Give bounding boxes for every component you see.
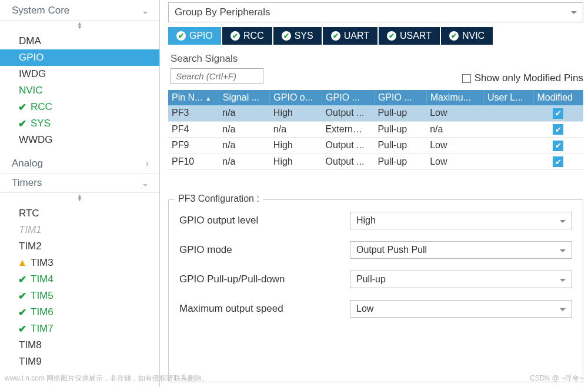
sidebar-item-tim3[interactable]: ▲TIM3 bbox=[0, 255, 159, 271]
check-circle-icon: ✔ bbox=[176, 31, 186, 41]
sidebar-item-tim5[interactable]: ✔TIM5 bbox=[0, 288, 159, 304]
sidebar-item-gpio[interactable]: GPIO bbox=[0, 49, 159, 66]
config-select[interactable]: High bbox=[350, 212, 572, 229]
sort-icon: ▲ bbox=[203, 95, 211, 102]
pins-table: Pin N... ▲Signal ...GPIO o...GPIO ...GPI… bbox=[168, 90, 583, 170]
sidebar-item-label: IWDG bbox=[19, 68, 46, 80]
sidebar-item-tim7[interactable]: ✔TIM7 bbox=[0, 321, 159, 337]
column-header[interactable]: GPIO ... bbox=[374, 90, 426, 105]
tab-nvic[interactable]: ✔NVIC bbox=[441, 27, 493, 45]
table-cell: PF3 bbox=[168, 105, 219, 121]
modified-cell[interactable]: ✔ bbox=[533, 105, 583, 121]
config-label: GPIO output level bbox=[179, 215, 350, 226]
sidebar-item-label: RTC bbox=[19, 208, 39, 219]
config-select[interactable]: Low bbox=[350, 300, 572, 318]
show-only-modified-checkbox[interactable]: Show only Modified Pins bbox=[462, 72, 583, 84]
category-header[interactable]: Timers⌄ bbox=[0, 174, 159, 193]
tab-usart[interactable]: ✔USART bbox=[379, 27, 440, 45]
config-select[interactable]: Pull-up bbox=[350, 271, 572, 288]
sidebar-item-label: TIM6 bbox=[31, 306, 54, 318]
table-cell: n/a bbox=[219, 154, 270, 170]
table-cell: n/a bbox=[270, 121, 322, 138]
sidebar-item-tim1[interactable]: TIM1 bbox=[0, 222, 159, 238]
modified-cell[interactable]: ✔ bbox=[533, 121, 583, 138]
modified-cell[interactable]: ✔ bbox=[533, 138, 583, 154]
table-cell: Low bbox=[426, 105, 483, 121]
table-cell: Output ... bbox=[322, 154, 375, 170]
chevron-down-icon: ⌄ bbox=[142, 6, 149, 15]
sidebar-item-label: DMA bbox=[19, 35, 41, 47]
sidebar-item-tim8[interactable]: TIM8 bbox=[0, 337, 159, 353]
table-cell: Output ... bbox=[322, 105, 375, 121]
table-cell: n/a bbox=[219, 121, 270, 138]
table-cell: Low bbox=[426, 138, 483, 154]
table-row[interactable]: PF4n/an/aExtern…Pull-upn/a✔ bbox=[168, 121, 583, 138]
category-header[interactable]: Analog› bbox=[0, 154, 159, 174]
tab-label: UART bbox=[344, 31, 369, 41]
table-row[interactable]: PF9n/aHighOutput ...Pull-upLow✔ bbox=[168, 138, 583, 154]
tab-rcc[interactable]: ✔RCC bbox=[222, 27, 272, 45]
check-icon: ✔ bbox=[18, 290, 27, 302]
category-label: Timers bbox=[12, 177, 42, 189]
column-header[interactable]: User L... bbox=[484, 90, 533, 105]
table-cell: High bbox=[270, 105, 322, 121]
column-header[interactable]: GPIO o... bbox=[270, 90, 322, 105]
search-input[interactable] bbox=[171, 68, 263, 84]
sidebar-item-label: TIM9 bbox=[19, 356, 42, 368]
checked-icon: ✔ bbox=[553, 156, 563, 167]
tab-label: SYS bbox=[295, 31, 313, 41]
sidebar-item-tim6[interactable]: ✔TIM6 bbox=[0, 304, 159, 321]
sort-icon[interactable]: ▲▼ bbox=[0, 21, 159, 32]
sidebar-item-sys[interactable]: ✔SYS bbox=[0, 115, 159, 132]
sidebar-item-rcc[interactable]: ✔RCC bbox=[0, 99, 159, 115]
peripheral-tabs: ✔GPIO✔RCC✔SYS✔UART✔USART✔NVIC bbox=[168, 27, 583, 45]
watermark-left: www.t n.com 网络图片仅供展示，非存储，如有侵权请联系删除。 bbox=[5, 373, 209, 383]
column-header[interactable]: GPIO ... bbox=[322, 90, 375, 105]
sidebar-item-label: GPIO bbox=[19, 52, 44, 64]
column-header[interactable]: Modified bbox=[533, 90, 583, 105]
check-circle-icon: ✔ bbox=[282, 31, 291, 41]
config-label: Maximum output speed bbox=[179, 303, 350, 315]
tab-sys[interactable]: ✔SYS bbox=[273, 27, 322, 45]
column-header[interactable]: Maximu... bbox=[426, 90, 483, 105]
sidebar-item-dma[interactable]: DMA bbox=[0, 33, 159, 49]
table-cell: Pull-up bbox=[374, 154, 426, 170]
chevron-down-icon: ⌄ bbox=[142, 178, 149, 188]
category-header[interactable]: System Core⌄ bbox=[0, 1, 159, 21]
config-row: Maximum output speedLow bbox=[179, 300, 572, 318]
sidebar-item-rtc[interactable]: RTC bbox=[0, 205, 159, 222]
table-cell: PF9 bbox=[168, 138, 219, 154]
sidebar-item-label: TIM1 bbox=[19, 224, 42, 236]
column-header[interactable]: Pin N... ▲ bbox=[168, 90, 219, 105]
checked-icon: ✔ bbox=[553, 124, 563, 135]
sidebar-item-label: TIM5 bbox=[31, 290, 54, 302]
check-circle-icon: ✔ bbox=[449, 31, 459, 41]
tab-gpio[interactable]: ✔GPIO bbox=[168, 27, 221, 45]
sidebar-item-tim2[interactable]: TIM2 bbox=[0, 238, 159, 255]
checked-icon: ✔ bbox=[553, 108, 563, 119]
column-header[interactable]: Signal ... bbox=[219, 90, 270, 105]
sidebar-item-tim4[interactable]: ✔TIM4 bbox=[0, 271, 159, 288]
pin-config-panel: PF3 Configuration : GPIO output levelHig… bbox=[168, 199, 583, 382]
check-icon: ✔ bbox=[18, 118, 27, 130]
sidebar-item-iwdg[interactable]: IWDG bbox=[0, 66, 159, 82]
sidebar-item-nvic[interactable]: NVIC bbox=[0, 82, 159, 99]
sidebar-item-wwdg[interactable]: WWDG bbox=[0, 132, 159, 148]
table-row[interactable]: PF10n/aHighOutput ...Pull-upLow✔ bbox=[168, 154, 583, 170]
table-cell: Pull-up bbox=[374, 121, 426, 138]
table-cell: Pull-up bbox=[374, 138, 426, 154]
config-select[interactable]: Output Push Pull bbox=[350, 241, 572, 259]
sort-icon[interactable]: ▲▼ bbox=[0, 193, 159, 204]
check-circle-icon: ✔ bbox=[230, 31, 240, 41]
tab-uart[interactable]: ✔UART bbox=[323, 27, 377, 45]
checked-icon: ✔ bbox=[553, 141, 563, 151]
sidebar-item-tim9[interactable]: TIM9 bbox=[0, 353, 159, 370]
table-row[interactable]: PF3n/aHighOutput ...Pull-upLow✔ bbox=[168, 105, 583, 121]
modified-cell[interactable]: ✔ bbox=[533, 154, 583, 170]
sidebar: System Core⌄▲▼DMAGPIOIWDGNVIC✔RCC✔SYSWWD… bbox=[0, 0, 160, 387]
table-header-row: Pin N... ▲Signal ...GPIO o...GPIO ...GPI… bbox=[168, 90, 583, 105]
group-by-select[interactable]: Group By Peripherals bbox=[168, 2, 583, 22]
search-row: Search Signals Show only Modified Pins bbox=[171, 53, 583, 84]
table-cell: n/a bbox=[219, 138, 270, 154]
category-label: System Core bbox=[12, 5, 69, 16]
